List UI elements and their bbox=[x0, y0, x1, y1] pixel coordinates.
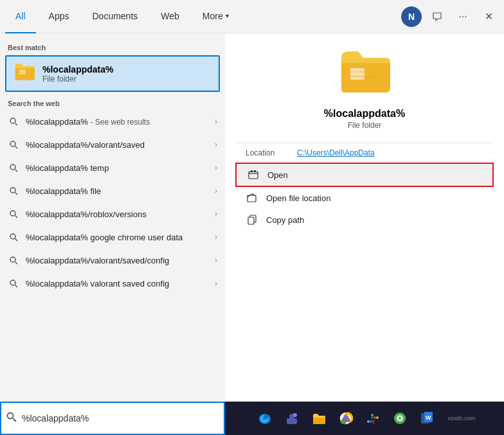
svg-rect-31 bbox=[287, 418, 297, 424]
chevron-right-icon: › bbox=[215, 233, 217, 242]
svg-rect-0 bbox=[19, 70, 26, 75]
svg-line-13 bbox=[15, 238, 17, 241]
svg-line-28 bbox=[13, 418, 16, 422]
app-subtitle: File folder bbox=[348, 121, 382, 130]
taskbar: W vsxdn.com bbox=[225, 402, 504, 435]
svg-line-15 bbox=[15, 262, 17, 264]
svg-line-11 bbox=[15, 215, 17, 218]
list-item[interactable]: %localappdata%/roblox/versions › bbox=[0, 202, 225, 226]
svg-line-3 bbox=[15, 123, 17, 125]
svg-rect-19 bbox=[350, 76, 375, 77]
svg-point-16 bbox=[10, 280, 15, 285]
left-panel: Best match %localappdata% File folder Se… bbox=[0, 33, 225, 402]
svg-point-12 bbox=[10, 234, 15, 239]
result-text: %localappdata%/valorant/saved/config bbox=[26, 256, 212, 265]
svg-rect-40 bbox=[376, 416, 379, 419]
list-item[interactable]: %localappdata% temp › bbox=[0, 156, 225, 179]
location-row: Location C:\Users\Dell\AppData bbox=[235, 143, 494, 163]
chevron-right-icon: › bbox=[215, 163, 217, 172]
main-content: Best match %localappdata% File folder Se… bbox=[0, 33, 504, 402]
result-text: %localappdata% file bbox=[26, 186, 212, 196]
search-bar[interactable] bbox=[0, 402, 225, 435]
chevron-right-icon: › bbox=[215, 209, 217, 218]
search-icon bbox=[8, 141, 19, 149]
tab-apps[interactable]: Apps bbox=[39, 0, 80, 33]
svg-point-2 bbox=[10, 118, 15, 123]
list-item[interactable]: %localappdata% - See web results › bbox=[0, 110, 225, 133]
folder-large-icon bbox=[339, 49, 390, 103]
search-input[interactable] bbox=[22, 413, 219, 423]
open-icon bbox=[247, 170, 260, 180]
chevron-right-icon: › bbox=[215, 279, 217, 288]
open-file-location-icon bbox=[246, 193, 258, 203]
svg-rect-20 bbox=[350, 71, 372, 73]
tab-all[interactable]: All bbox=[5, 0, 36, 33]
list-item[interactable]: %localappdata% google chrome user data › bbox=[0, 226, 225, 249]
open-file-location-label: Open file location bbox=[266, 193, 330, 203]
search-icon bbox=[8, 233, 19, 242]
result-text: %localappdata% valorant saved config bbox=[26, 279, 212, 289]
search-icon-bottom bbox=[6, 412, 17, 425]
file-explorer-icon[interactable] bbox=[307, 407, 330, 430]
svg-rect-38 bbox=[371, 414, 374, 416]
svg-point-46 bbox=[399, 417, 401, 420]
avatar[interactable]: N bbox=[401, 6, 422, 27]
list-item[interactable]: %localappdata% file › bbox=[0, 179, 225, 202]
svg-rect-43 bbox=[372, 420, 375, 422]
open-label: Open bbox=[267, 170, 288, 180]
best-match-label: Best match bbox=[0, 39, 225, 54]
svg-rect-23 bbox=[254, 170, 256, 172]
svg-rect-37 bbox=[370, 420, 372, 423]
svg-rect-42 bbox=[372, 422, 375, 424]
copy-path-action[interactable]: Copy path bbox=[235, 209, 494, 231]
chevron-right-icon: › bbox=[215, 186, 217, 195]
svg-text:W: W bbox=[426, 414, 431, 421]
tab-more[interactable]: More ▾ bbox=[192, 0, 239, 33]
slack-icon[interactable] bbox=[361, 407, 384, 430]
open-file-location-action[interactable]: Open file location bbox=[235, 187, 494, 209]
search-icon bbox=[8, 164, 19, 172]
right-panel: %localappdata% File folder Location C:\U… bbox=[225, 33, 504, 402]
svg-rect-41 bbox=[374, 416, 376, 419]
list-item[interactable]: %localappdata%/valorant/saved › bbox=[0, 133, 225, 156]
copy-path-icon bbox=[246, 215, 258, 225]
teams-icon[interactable] bbox=[280, 407, 303, 430]
chevron-right-icon: › bbox=[215, 140, 217, 149]
location-label: Location bbox=[246, 148, 297, 157]
result-text: %localappdata%/roblox/versions bbox=[26, 209, 212, 219]
app-title: %localappdata% bbox=[324, 108, 405, 120]
watermark: vsxdn.com bbox=[447, 415, 475, 422]
edge-icon[interactable] bbox=[253, 407, 276, 430]
svg-rect-18 bbox=[350, 68, 364, 80]
result-text: %localappdata% temp bbox=[26, 163, 212, 173]
svg-rect-26 bbox=[248, 217, 254, 224]
location-value[interactable]: C:\Users\Dell\AppData bbox=[297, 148, 375, 157]
svg-point-8 bbox=[10, 188, 15, 193]
svg-rect-36 bbox=[367, 420, 370, 423]
folder-icon bbox=[14, 62, 35, 85]
feedback-icon[interactable] bbox=[427, 6, 447, 27]
svg-rect-21 bbox=[249, 172, 258, 179]
greenshot-icon[interactable] bbox=[388, 407, 411, 430]
word-icon[interactable]: W bbox=[415, 407, 438, 430]
list-item[interactable]: %localappdata% valorant saved config › bbox=[0, 272, 225, 295]
chrome-icon[interactable] bbox=[334, 407, 357, 430]
more-options-icon[interactable]: ··· bbox=[453, 6, 473, 27]
svg-line-17 bbox=[15, 285, 17, 287]
svg-rect-1 bbox=[19, 73, 28, 73]
result-text: %localappdata% google chrome user data bbox=[26, 233, 212, 242]
tab-documents[interactable]: Documents bbox=[82, 0, 148, 33]
open-action[interactable]: Open bbox=[235, 163, 494, 187]
tab-web[interactable]: Web bbox=[150, 0, 190, 33]
copy-path-label: Copy path bbox=[266, 215, 304, 225]
svg-line-7 bbox=[15, 169, 17, 172]
close-icon[interactable]: ✕ bbox=[478, 6, 499, 27]
chevron-down-icon: ▾ bbox=[226, 12, 229, 19]
svg-rect-39 bbox=[371, 416, 374, 419]
svg-point-35 bbox=[344, 416, 348, 421]
svg-rect-22 bbox=[251, 170, 253, 172]
result-text: %localappdata% - See web results bbox=[26, 117, 212, 127]
best-match-item[interactable]: %localappdata% File folder bbox=[5, 55, 220, 92]
svg-line-9 bbox=[15, 192, 17, 195]
list-item[interactable]: %localappdata%/valorant/saved/config › bbox=[0, 249, 225, 272]
